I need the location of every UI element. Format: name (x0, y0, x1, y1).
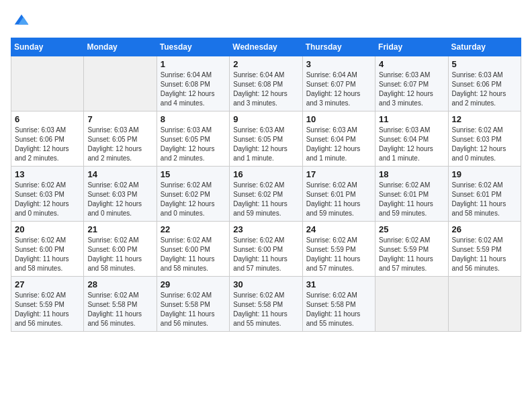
calendar-cell (375, 277, 448, 332)
day-info: Sunrise: 6:03 AM Sunset: 6:06 PM Dayligh… (15, 126, 80, 163)
calendar-week-row: 20Sunrise: 6:02 AM Sunset: 6:00 PM Dayli… (11, 222, 521, 277)
day-number: 8 (161, 114, 226, 124)
day-number: 4 (379, 59, 444, 69)
logo-icon (12, 11, 31, 30)
day-number: 16 (233, 169, 298, 179)
calendar-week-row: 6Sunrise: 6:03 AM Sunset: 6:06 PM Daylig… (11, 111, 521, 167)
day-number: 20 (15, 224, 80, 234)
calendar-cell: 3Sunrise: 6:04 AM Sunset: 6:07 PM Daylig… (302, 56, 375, 111)
calendar-cell: 1Sunrise: 6:04 AM Sunset: 6:08 PM Daylig… (157, 56, 229, 111)
day-info: Sunrise: 6:02 AM Sunset: 6:00 PM Dayligh… (233, 236, 298, 273)
calendar-cell: 4Sunrise: 6:03 AM Sunset: 6:07 PM Daylig… (375, 56, 448, 111)
calendar-cell: 25Sunrise: 6:02 AM Sunset: 5:59 PM Dayli… (375, 222, 448, 277)
day-info: Sunrise: 6:02 AM Sunset: 6:01 PM Dayligh… (306, 181, 371, 218)
weekday-header: Thursday (302, 38, 375, 56)
calendar-cell: 14Sunrise: 6:02 AM Sunset: 6:03 PM Dayli… (84, 167, 157, 222)
day-info: Sunrise: 6:04 AM Sunset: 6:08 PM Dayligh… (233, 71, 298, 108)
logo (11, 11, 31, 30)
calendar-cell: 17Sunrise: 6:02 AM Sunset: 6:01 PM Dayli… (302, 167, 375, 222)
day-info: Sunrise: 6:03 AM Sunset: 6:04 PM Dayligh… (306, 126, 371, 163)
calendar-cell: 6Sunrise: 6:03 AM Sunset: 6:06 PM Daylig… (11, 111, 84, 167)
calendar-cell: 28Sunrise: 6:02 AM Sunset: 5:58 PM Dayli… (84, 277, 157, 332)
day-number: 18 (379, 169, 444, 179)
day-number: 22 (161, 224, 226, 234)
weekday-header: Friday (375, 38, 448, 56)
calendar-cell: 21Sunrise: 6:02 AM Sunset: 6:00 PM Dayli… (84, 222, 157, 277)
day-info: Sunrise: 6:02 AM Sunset: 6:00 PM Dayligh… (87, 236, 152, 273)
calendar-cell: 24Sunrise: 6:02 AM Sunset: 5:59 PM Dayli… (302, 222, 375, 277)
calendar-cell: 30Sunrise: 6:02 AM Sunset: 5:58 PM Dayli… (230, 277, 302, 332)
calendar-cell: 5Sunrise: 6:03 AM Sunset: 6:06 PM Daylig… (448, 56, 521, 111)
weekday-header: Tuesday (157, 38, 229, 56)
day-number: 29 (161, 279, 226, 289)
day-info: Sunrise: 6:02 AM Sunset: 5:59 PM Dayligh… (452, 236, 517, 273)
weekday-header: Monday (84, 38, 157, 56)
day-number: 31 (306, 279, 371, 289)
day-info: Sunrise: 6:02 AM Sunset: 5:58 PM Dayligh… (233, 291, 298, 328)
day-number: 15 (161, 169, 226, 179)
day-number: 3 (306, 59, 371, 69)
day-number: 11 (379, 114, 444, 124)
day-info: Sunrise: 6:02 AM Sunset: 6:00 PM Dayligh… (15, 236, 80, 273)
day-number: 6 (15, 114, 80, 124)
calendar-cell: 20Sunrise: 6:02 AM Sunset: 6:00 PM Dayli… (11, 222, 84, 277)
calendar-cell: 19Sunrise: 6:02 AM Sunset: 6:01 PM Dayli… (448, 167, 521, 222)
day-info: Sunrise: 6:02 AM Sunset: 5:58 PM Dayligh… (161, 291, 226, 328)
day-info: Sunrise: 6:02 AM Sunset: 5:58 PM Dayligh… (306, 291, 371, 328)
day-number: 9 (233, 114, 298, 124)
calendar-week-row: 13Sunrise: 6:02 AM Sunset: 6:03 PM Dayli… (11, 167, 521, 222)
day-info: Sunrise: 6:03 AM Sunset: 6:07 PM Dayligh… (379, 71, 444, 108)
calendar-cell: 7Sunrise: 6:03 AM Sunset: 6:05 PM Daylig… (84, 111, 157, 167)
calendar-cell: 8Sunrise: 6:03 AM Sunset: 6:05 PM Daylig… (157, 111, 229, 167)
day-info: Sunrise: 6:02 AM Sunset: 6:01 PM Dayligh… (379, 181, 444, 218)
day-number: 5 (452, 59, 517, 69)
calendar-cell: 12Sunrise: 6:02 AM Sunset: 6:03 PM Dayli… (448, 111, 521, 167)
calendar-cell: 31Sunrise: 6:02 AM Sunset: 5:58 PM Dayli… (302, 277, 375, 332)
day-info: Sunrise: 6:02 AM Sunset: 5:59 PM Dayligh… (306, 236, 371, 273)
day-info: Sunrise: 6:02 AM Sunset: 6:03 PM Dayligh… (452, 126, 517, 163)
day-number: 23 (233, 224, 298, 234)
calendar-cell: 22Sunrise: 6:02 AM Sunset: 6:00 PM Dayli… (157, 222, 229, 277)
day-info: Sunrise: 6:02 AM Sunset: 6:01 PM Dayligh… (452, 181, 517, 218)
calendar-cell: 18Sunrise: 6:02 AM Sunset: 6:01 PM Dayli… (375, 167, 448, 222)
weekday-header: Wednesday (230, 38, 302, 56)
calendar-cell: 10Sunrise: 6:03 AM Sunset: 6:04 PM Dayli… (302, 111, 375, 167)
day-number: 21 (87, 224, 152, 234)
day-info: Sunrise: 6:02 AM Sunset: 6:03 PM Dayligh… (15, 181, 80, 218)
calendar-cell (11, 56, 84, 111)
day-info: Sunrise: 6:04 AM Sunset: 6:07 PM Dayligh… (306, 71, 371, 108)
calendar-cell: 15Sunrise: 6:02 AM Sunset: 6:02 PM Dayli… (157, 167, 229, 222)
weekday-header: Sunday (11, 38, 84, 56)
page-header (11, 11, 521, 30)
day-number: 30 (233, 279, 298, 289)
day-number: 1 (161, 59, 226, 69)
day-info: Sunrise: 6:02 AM Sunset: 6:00 PM Dayligh… (161, 236, 226, 273)
calendar-cell: 27Sunrise: 6:02 AM Sunset: 5:59 PM Dayli… (11, 277, 84, 332)
day-info: Sunrise: 6:04 AM Sunset: 6:08 PM Dayligh… (161, 71, 226, 108)
calendar-cell: 11Sunrise: 6:03 AM Sunset: 6:04 PM Dayli… (375, 111, 448, 167)
day-number: 10 (306, 114, 371, 124)
calendar-table: SundayMondayTuesdayWednesdayThursdayFrid… (11, 38, 521, 332)
day-number: 13 (15, 169, 80, 179)
day-info: Sunrise: 6:03 AM Sunset: 6:05 PM Dayligh… (87, 126, 152, 163)
day-info: Sunrise: 6:03 AM Sunset: 6:04 PM Dayligh… (379, 126, 444, 163)
day-info: Sunrise: 6:03 AM Sunset: 6:05 PM Dayligh… (233, 126, 298, 163)
calendar-week-row: 27Sunrise: 6:02 AM Sunset: 5:59 PM Dayli… (11, 277, 521, 332)
day-info: Sunrise: 6:02 AM Sunset: 6:02 PM Dayligh… (161, 181, 226, 218)
calendar-cell: 23Sunrise: 6:02 AM Sunset: 6:00 PM Dayli… (230, 222, 302, 277)
day-info: Sunrise: 6:03 AM Sunset: 6:05 PM Dayligh… (161, 126, 226, 163)
calendar-header-row: SundayMondayTuesdayWednesdayThursdayFrid… (11, 38, 521, 56)
calendar-cell: 26Sunrise: 6:02 AM Sunset: 5:59 PM Dayli… (448, 222, 521, 277)
day-number: 25 (379, 224, 444, 234)
calendar-cell (84, 56, 157, 111)
weekday-header: Saturday (448, 38, 521, 56)
day-number: 12 (452, 114, 517, 124)
day-info: Sunrise: 6:02 AM Sunset: 5:58 PM Dayligh… (87, 291, 152, 328)
day-info: Sunrise: 6:03 AM Sunset: 6:06 PM Dayligh… (452, 71, 517, 108)
calendar-cell: 13Sunrise: 6:02 AM Sunset: 6:03 PM Dayli… (11, 167, 84, 222)
day-number: 2 (233, 59, 298, 69)
day-number: 27 (15, 279, 80, 289)
calendar-week-row: 1Sunrise: 6:04 AM Sunset: 6:08 PM Daylig… (11, 56, 521, 111)
day-number: 14 (87, 169, 152, 179)
day-number: 26 (452, 224, 517, 234)
